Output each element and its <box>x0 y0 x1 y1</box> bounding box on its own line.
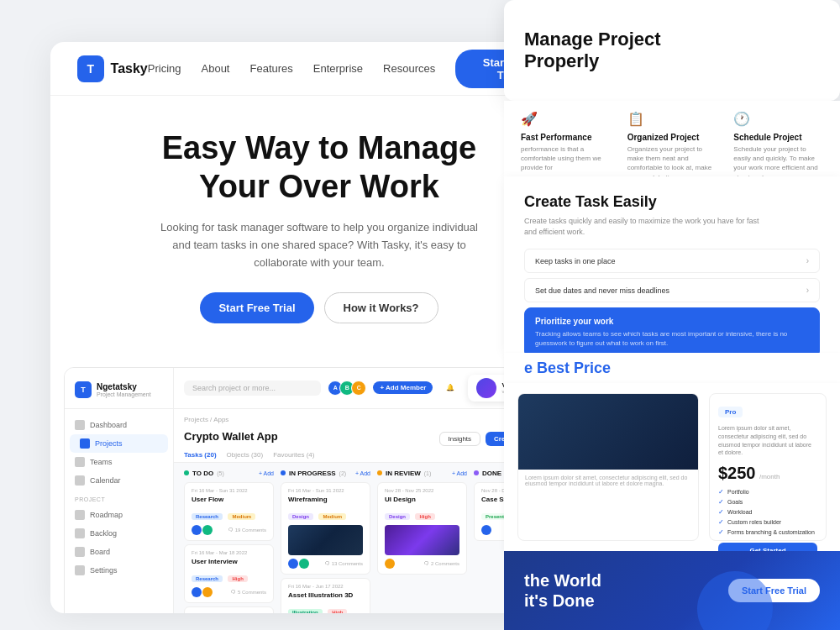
card-image-purple <box>385 525 459 555</box>
mini-avatar <box>288 559 298 569</box>
hero-title: Easy Way to Manage Your Over Work <box>101 129 538 206</box>
check-icon: ✓ <box>718 518 724 526</box>
feature-schedule: 🕐 Schedule Project Schedule your project… <box>733 111 823 182</box>
add-task-review[interactable]: + Add <box>452 470 467 476</box>
db-column-inprogress: IN PROGRESS (2) + Add Fri 16 Mar - Sun 3… <box>281 470 370 613</box>
card-wireframing[interactable]: Fri 16 Mar - Sun 31 2022 Wireframing Des… <box>281 482 370 575</box>
db-logo-name: Ngetatsky <box>97 382 151 391</box>
card-ui-design[interactable]: Nov 28 - Nov 25 2022 UI Design Design Hi… <box>377 482 467 575</box>
db-column-review: IN REVIEW (1) + Add Nov 28 - Nov 25 2022… <box>377 470 467 613</box>
manage-title: Manage Project Properly <box>524 29 820 73</box>
col-title-done: DONE <box>482 470 501 477</box>
price-feature: ✓ Portfolio <box>718 488 817 496</box>
db-nav-teams[interactable]: Teams <box>65 453 173 471</box>
db-nav-calendar[interactable]: Calendar <box>65 471 173 490</box>
col-count-todo: (5) <box>217 470 224 476</box>
calendar-icon <box>75 475 85 486</box>
db-nav-dashboard[interactable]: Dashboard <box>65 416 173 434</box>
tag-high: High <box>328 609 347 613</box>
nav-resources[interactable]: Resources <box>383 62 435 75</box>
hero-start-button[interactable]: Start Free Trial <box>200 292 313 323</box>
card-asset-3d[interactable]: Fri 16 Mar - Jun 17 2022 Asset Illustrat… <box>281 578 370 613</box>
hero-subtitle: Looking for task manager software to hel… <box>160 219 479 271</box>
col-count-progress: (2) <box>339 470 347 476</box>
price-card-image <box>518 394 698 470</box>
price-feature: ✓ Workload <box>718 508 817 516</box>
price-features-list: ✓ Portfolio ✓ Goals ✓ Workload ✓ Custom … <box>718 488 817 536</box>
chevron-icon: › <box>806 286 809 295</box>
task-accordion-3[interactable]: Prioritize your work Tracking allows tea… <box>524 307 820 357</box>
card-title: Asset Illustration 3D <box>288 591 363 599</box>
db-nav-board[interactable]: Board <box>65 543 173 561</box>
card-stat: 🗨 19 Comments <box>228 528 266 533</box>
card-user-flow[interactable]: Fri 16 Mar - Sun 31 2022 User Flow Resea… <box>184 482 274 541</box>
card-stat: 🗨 13 Comments <box>325 561 363 566</box>
logo-text: Tasky <box>111 61 148 76</box>
price-amount: $250 <box>718 464 756 482</box>
mini-avatar <box>481 525 491 535</box>
price-feature: ✓ Forms branching & customization <box>718 528 817 536</box>
db-nav-projects[interactable]: Projects <box>70 434 168 453</box>
tag-design: Design <box>288 513 313 520</box>
card-create-task: Create Task Easily Create tasks quickly … <box>504 176 840 353</box>
card-stat: 🗨 5 Comments <box>231 590 266 595</box>
db-add-member-button[interactable]: + Add Member <box>373 381 433 394</box>
add-task-progress[interactable]: + Add <box>355 470 370 476</box>
card-user-interview[interactable]: Fri 16 Mar - Mar 18 2022 User Interview … <box>184 544 274 603</box>
nav-enterprise[interactable]: Enterprise <box>313 62 363 75</box>
mini-avatar <box>202 525 213 535</box>
db-sidebar-header: T Ngetatsky Project Management <box>65 378 173 409</box>
task-accordion-1[interactable]: Keep tasks in one place › <box>524 249 820 273</box>
col-title-todo: TO DO <box>192 470 213 477</box>
mini-avatar <box>385 559 395 569</box>
feature-fast: 🚀 Fast Performance performance is that a… <box>521 111 611 173</box>
db-tab-favourites[interactable]: Favourites (4) <box>273 451 314 459</box>
board-icon <box>75 547 85 557</box>
add-task-todo[interactable]: + Add <box>259 470 274 476</box>
price-period: /month <box>759 473 780 480</box>
card-date: Fri 16 Mar - Mar 18 2022 <box>192 550 266 555</box>
card-date: Fri 16 Mar - Sun 31 2022 <box>288 488 363 493</box>
hero-how-button[interactable]: How it Works? <box>324 292 438 323</box>
feature-title: Schedule Project <box>733 133 823 142</box>
dashboard-preview: T Ngetatsky Project Management Dashboard… <box>64 367 575 613</box>
nav-features[interactable]: Features <box>249 62 292 75</box>
db-tab-objects[interactable]: Objects (30) <box>227 451 264 459</box>
db-avatar-group: A B C <box>328 381 366 396</box>
db-nav-settings[interactable]: Settings <box>65 561 173 580</box>
card-title: User Interview <box>192 558 266 565</box>
grid-icon: 📋 <box>627 111 646 129</box>
roadmap-icon <box>75 510 85 520</box>
db-nav-backlog[interactable]: Backlog <box>65 524 173 543</box>
card-title: User Flow <box>192 496 266 503</box>
db-tab-tasks[interactable]: Tasks (20) <box>184 451 217 459</box>
check-icon: ✓ <box>718 498 724 506</box>
tag-research: Research <box>192 513 223 520</box>
tag-medium: Medium <box>228 513 255 520</box>
db-column-todo: TO DO (5) + Add Fri 16 Mar - Sun 31 2022… <box>184 470 274 613</box>
card-price-section: Lorem ipsum dolor sit amet, consectetur … <box>504 383 840 551</box>
card-title: UI Design <box>385 496 459 503</box>
tag-medium: Medium <box>318 513 346 520</box>
nav-pricing[interactable]: Pricing <box>148 62 181 75</box>
price-card-pro: Pro Lorem ipsum dolor sit amet, consecte… <box>709 393 827 541</box>
dashboard-icon <box>75 420 85 430</box>
task-accordion-2[interactable]: Set due dates and never miss deadlines › <box>524 278 820 302</box>
pro-badge: Pro <box>718 407 743 417</box>
card-asset-illustration[interactable]: Fri 16 Mar - Jun 17 2022 Asset Illustrat… <box>184 606 274 613</box>
db-insights-button[interactable]: Insights <box>439 432 481 446</box>
db-logo-icon: T <box>75 381 92 398</box>
price-card-free: Lorem ipsum dolor sit amet, consectetur … <box>517 393 699 541</box>
db-bell-icon[interactable]: 🔔 <box>446 384 454 391</box>
check-icon: ✓ <box>718 488 724 496</box>
tag-design: Design <box>385 513 410 520</box>
mini-avatar <box>192 587 202 597</box>
hero-buttons: Start Free Trial How it Works? <box>101 292 538 323</box>
dot-green <box>184 470 189 475</box>
db-search-field[interactable]: Search project or more... <box>184 381 321 396</box>
tag-research: Research <box>192 575 223 582</box>
db-logo-sub: Project Management <box>97 391 151 397</box>
db-nav-roadmap[interactable]: Roadmap <box>65 506 173 524</box>
nav-about[interactable]: About <box>202 62 230 75</box>
nav-links: Pricing About Features Enterprise Resour… <box>148 62 435 75</box>
